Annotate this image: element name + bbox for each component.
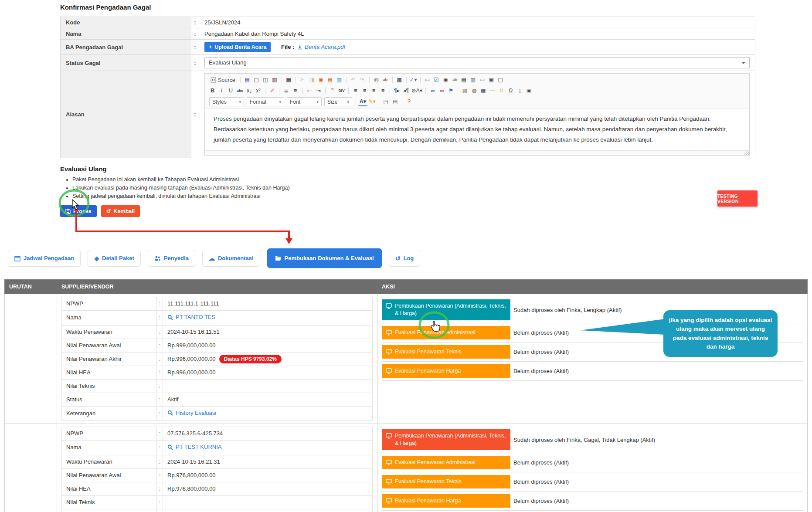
resize-grip-icon[interactable]	[744, 151, 749, 155]
image-icon[interactable]: ▧	[460, 86, 469, 95]
evaluasi-harga-button[interactable]: Evaluasi Penawaran Harga	[382, 364, 510, 378]
outdent-icon[interactable]: ⇤	[305, 86, 314, 95]
save-icon[interactable]: ▤	[243, 75, 252, 85]
field-link[interactable]: PT TEST KURNIA	[167, 444, 221, 451]
about-icon[interactable]: ?	[404, 97, 414, 106]
text-field-icon[interactable]: ab	[450, 75, 459, 85]
find-icon[interactable]: ◎	[372, 75, 381, 85]
replace-icon[interactable]: ab	[381, 75, 390, 85]
field-link[interactable]: PT TANTO TES	[167, 314, 215, 321]
field-value: Rp.996,000,000.00	[167, 356, 216, 362]
iframe-icon[interactable]: ▣	[524, 86, 533, 95]
tab-jadwal-pengadaan[interactable]: Jadwal Pengadaan	[8, 250, 81, 267]
remove-format-icon[interactable]: ✐	[268, 86, 277, 95]
field-link[interactable]: History Evaluasi	[167, 410, 216, 417]
textarea-icon[interactable]: ▤	[459, 75, 469, 85]
align-justify-icon[interactable]: ≡	[378, 86, 387, 95]
special-char-icon[interactable]: Ω	[506, 86, 515, 95]
styles-dropdown[interactable]: Styles▾	[209, 97, 244, 106]
radio-button-icon[interactable]: ◉	[441, 75, 450, 85]
alasan-text[interactable]: Proses pengadaan dinyatakan gagal lelang…	[205, 109, 749, 150]
align-center-icon[interactable]: ≡	[360, 86, 369, 95]
kembali-button[interactable]: ↺ Kembali	[101, 205, 140, 217]
editor-resize-bar[interactable]	[205, 150, 749, 155]
pembukaan-penawaran-button[interactable]: Pembukaan Penawaran (Administrasi, Tekni…	[382, 299, 510, 320]
tab-penyedia[interactable]: Penyedia	[148, 250, 195, 267]
field-label: Waktu Penawaran	[62, 325, 157, 339]
form-icon[interactable]: ▭	[423, 75, 432, 85]
link-icon[interactable]: ∞	[428, 86, 437, 95]
image-button-icon[interactable]: ▣	[487, 75, 496, 85]
blockquote-icon[interactable]: ”	[328, 86, 337, 95]
table-icon[interactable]: ▦	[479, 86, 488, 95]
text-color-icon[interactable]: A▾	[358, 98, 367, 106]
undo-icon[interactable]: ↶	[349, 75, 358, 85]
button-icon[interactable]: ▭	[478, 75, 487, 85]
evaluasi-harga-button[interactable]: Evaluasi Penawaran Harga	[382, 494, 510, 508]
field-label: NPWP	[62, 427, 157, 441]
smiley-icon[interactable]: ☺	[497, 86, 506, 95]
confirmation-form: Kode : 25/JSLN/2024 Nama : Pengadaan Kab…	[60, 17, 755, 158]
bulleted-list-icon[interactable]: ≡	[291, 86, 300, 95]
size-dropdown[interactable]: Size▾	[324, 97, 352, 106]
tab-detail-paket[interactable]: ◈ Detail Paket	[88, 250, 140, 267]
div-container-icon[interactable]: DIV	[337, 86, 346, 95]
bold-icon[interactable]: B	[208, 86, 217, 95]
berita-acara-file-link[interactable]: Berita Acara.pdf	[297, 44, 345, 50]
select-all-icon[interactable]: ▩	[395, 75, 404, 85]
source-button[interactable]: Source	[208, 75, 238, 85]
search-icon	[167, 444, 173, 450]
evaluasi-teknis-button[interactable]: Evaluasi Penawaran Teknis	[382, 475, 510, 488]
templates-icon[interactable]: ▦	[284, 75, 293, 85]
underline-icon[interactable]: U	[226, 86, 235, 95]
tab-pembukaan-dokumen-evaluasi[interactable]: Pembukaan Dokumen & Evaluasi	[267, 248, 382, 268]
select-field-icon[interactable]: ▥	[469, 75, 478, 85]
ltr-icon[interactable]: ¶▸	[392, 86, 401, 95]
language-icon[interactable]: ⊕A▾	[411, 86, 423, 95]
unlink-icon[interactable]: ∞	[437, 86, 446, 95]
horizontal-rule-icon[interactable]: ―	[488, 86, 497, 95]
evaluasi-administrasi-button[interactable]: Evaluasi Penawaran Administrasi	[382, 326, 510, 339]
rtl-icon[interactable]: ◂¶	[401, 86, 411, 95]
preview-icon[interactable]: ◫	[261, 75, 270, 85]
subscript-icon[interactable]: x₂	[245, 86, 254, 95]
upload-berita-acara-button[interactable]: + Upload Berita Acara	[204, 42, 271, 52]
cut-icon[interactable]: ✂	[298, 75, 307, 85]
page-break-icon[interactable]: ↨	[515, 86, 524, 95]
indent-icon[interactable]: ⇥	[314, 86, 323, 95]
tab-log[interactable]: ↺ Log	[389, 250, 421, 267]
print-icon[interactable]: ▥	[270, 75, 279, 85]
field-row: Nama : PT TEST KURNIA	[62, 441, 373, 455]
checkbox-icon[interactable]: ☑	[432, 75, 441, 85]
status-gagal-select[interactable]: Evaluasi Ulang	[204, 57, 750, 68]
paste-icon[interactable]: ▣	[316, 75, 326, 85]
toolbar-separator	[392, 77, 393, 83]
maximize-icon[interactable]: ◳	[381, 97, 391, 106]
italic-icon[interactable]: I	[217, 86, 226, 95]
tab-dokumentasi[interactable]: ☁ Dokumentasi	[202, 250, 260, 267]
hidden-field-icon[interactable]: ▢	[496, 75, 505, 85]
format-dropdown[interactable]: Format▾	[247, 97, 284, 106]
pembukaan-penawaran-button[interactable]: Pembukaan Penawaran (Administrasi, Tekni…	[382, 429, 510, 450]
flash-icon[interactable]: ◍	[469, 86, 479, 95]
paste-word-icon[interactable]: ▥	[335, 75, 344, 85]
new-page-icon[interactable]: ▢	[252, 75, 261, 85]
evaluasi-teknis-button[interactable]: Evaluasi Penawaran Teknis	[382, 345, 510, 359]
toolbar-separator	[369, 77, 370, 83]
show-blocks-icon[interactable]: ▤	[391, 97, 400, 106]
monitor-icon	[386, 479, 392, 485]
paste-text-icon[interactable]: ▤	[326, 75, 335, 85]
strikethrough-icon[interactable]: abc	[235, 86, 245, 95]
redo-icon[interactable]: ↷	[358, 75, 367, 85]
superscript-icon[interactable]: x²	[254, 86, 263, 95]
anchor-icon[interactable]: ⚑	[446, 86, 455, 95]
align-right-icon[interactable]: ≡	[369, 86, 378, 95]
font-dropdown[interactable]: Font▾	[287, 97, 322, 106]
numbered-list-icon[interactable]: ≣	[282, 86, 291, 95]
proses-button[interactable]: Proses	[60, 205, 97, 217]
align-left-icon[interactable]: ≡	[351, 86, 360, 95]
spellcheck-icon[interactable]: ✓▾	[409, 75, 418, 85]
copy-icon[interactable]: ◨	[307, 75, 316, 85]
bg-color-icon[interactable]: ✎▾	[367, 97, 377, 106]
evaluasi-administrasi-button[interactable]: Evaluasi Penawaran Administrasi	[382, 456, 510, 469]
